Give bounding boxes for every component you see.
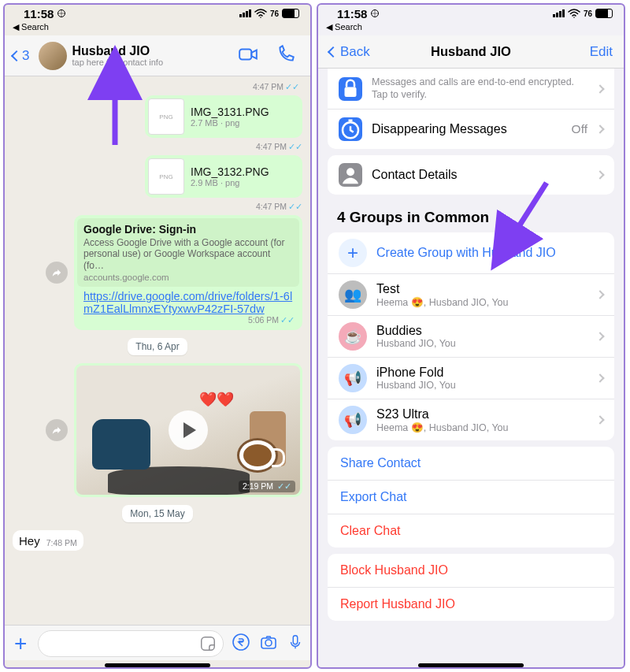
info-body[interactable]: Messages and calls are end-to-end encryp…	[318, 69, 624, 660]
link-url[interactable]: https://drive.google.com/drive/folders/1…	[77, 287, 299, 315]
back-button[interactable]: Back	[329, 44, 370, 60]
forward-button[interactable]	[46, 262, 68, 284]
read-ticks-icon: ✓✓	[288, 202, 302, 211]
incoming-message[interactable]: Hey 7:48 PM	[13, 530, 83, 551]
location-icon	[57, 9, 66, 18]
play-icon[interactable]	[169, 410, 208, 450]
back-button[interactable]: 3	[13, 48, 29, 64]
payment-button[interactable]	[232, 633, 250, 655]
cellular-icon	[239, 9, 251, 17]
forward-button[interactable]	[46, 419, 68, 441]
svg-rect-1	[239, 49, 251, 59]
encryption-row[interactable]: Messages and calls are end-to-end encryp…	[328, 69, 614, 109]
contact-title-area[interactable]: Husband JIO tap here for contact info	[72, 44, 227, 68]
group-members: Heema 😍, Husband JIO, You	[376, 421, 587, 433]
row-label: Disappearing Messages	[372, 122, 562, 136]
home-indicator	[105, 663, 210, 667]
group-avatar-icon: 📢	[339, 406, 367, 434]
cellular-icon	[553, 9, 565, 17]
file-thumb-icon: PNG	[148, 158, 184, 195]
create-group-row[interactable]: + Create Group with Husband JIO	[328, 232, 614, 273]
group-row[interactable]: ☕ Buddies Husband JIO, You	[328, 315, 614, 357]
file-meta: 2.7 MB · png	[191, 118, 269, 128]
voice-call-button[interactable]	[269, 44, 302, 68]
battery-level: 76	[270, 9, 279, 18]
chat-screen: 11:58 76 ◀ Search 3 Husband JIO tap here…	[3, 3, 312, 669]
report-contact-button[interactable]: Report Husband JIO	[328, 587, 614, 621]
messages-area[interactable]: 4:47 PM✓✓ PNG IMG_3131.PNG 2.7 MB · png …	[5, 76, 310, 625]
sticker-icon[interactable]	[199, 635, 217, 655]
chevron-left-icon	[11, 50, 22, 61]
edit-button[interactable]: Edit	[590, 44, 613, 60]
group-avatar-icon: ☕	[339, 322, 367, 351]
row-value: Off	[572, 122, 587, 136]
group-avatar-icon: 📢	[339, 364, 367, 392]
video-call-button[interactable]	[232, 44, 265, 68]
date-separator: Mon, 15 May	[122, 505, 192, 522]
time-stamp: 4:47 PM	[256, 142, 287, 151]
chevron-right-icon	[595, 171, 604, 180]
contact-avatar[interactable]	[39, 42, 67, 70]
group-row[interactable]: 📢 S23 Ultra Heema 😍, Husband JIO, You	[328, 399, 614, 440]
create-group-label: Create Group with Husband JIO	[376, 246, 603, 260]
chevron-right-icon	[595, 125, 604, 134]
chat-header: 3 Husband JIO tap here for contact info	[5, 35, 310, 76]
link-domain: accounts.google.com	[83, 273, 293, 282]
read-ticks-icon: ✓✓	[280, 315, 295, 325]
battery-icon	[595, 9, 613, 18]
status-bar: 11:58 76	[318, 5, 624, 22]
block-contact-button[interactable]: Block Husband JIO	[328, 554, 614, 587]
group-row[interactable]: 📢 iPhone Fold Husband JIO, You	[328, 357, 614, 399]
time-stamp: 5:06 PM	[248, 315, 279, 325]
svg-rect-2	[202, 637, 215, 651]
contact-details-row[interactable]: Contact Details	[328, 155, 614, 195]
unread-badge: 3	[22, 48, 29, 64]
export-chat-button[interactable]: Export Chat	[328, 480, 614, 514]
clear-chat-button[interactable]: Clear Chat	[328, 514, 614, 548]
mic-button[interactable]	[287, 632, 304, 655]
wifi-icon	[568, 9, 580, 18]
chevron-right-icon	[595, 374, 604, 383]
add-button[interactable]: +	[11, 631, 30, 656]
status-icons: 76	[239, 9, 299, 18]
timer-icon	[339, 117, 362, 141]
chevron-right-icon	[595, 332, 604, 341]
coffee-sticker-icon	[237, 438, 278, 473]
file-message[interactable]: PNG IMG_3132.PNG 2.9 MB · png	[145, 155, 302, 198]
link-desc: Access Google Drive with a Google accoun…	[83, 237, 293, 271]
message-input[interactable]	[38, 630, 224, 657]
group-row[interactable]: 👥 Test Heema 😍, Husband JIO, You	[328, 273, 614, 315]
wifi-icon	[254, 9, 267, 18]
link-message[interactable]: Google Drive: Sign-in Access Google Driv…	[74, 215, 302, 330]
svg-point-5	[265, 640, 272, 646]
group-name: Buddies	[376, 324, 587, 338]
status-icons: 76	[553, 9, 613, 18]
page-title: Husband JIO	[431, 44, 511, 59]
file-name: IMG_3132.PNG	[191, 165, 269, 178]
battery-level: 76	[584, 9, 592, 18]
date-separator: Thu, 6 Apr	[128, 338, 187, 355]
contact-icon	[339, 163, 362, 187]
time-stamp: 4:47 PM	[253, 82, 284, 91]
share-contact-button[interactable]: Share Contact	[328, 447, 614, 480]
search-back[interactable]: ◀ Search	[318, 22, 624, 35]
lock-icon	[339, 77, 362, 101]
contact-name: Husband JIO	[72, 44, 227, 58]
disappearing-messages-row[interactable]: Disappearing Messages Off	[328, 109, 614, 149]
file-name: IMG_3131.PNG	[191, 106, 269, 118]
info-header: Back Husband JIO Edit	[318, 35, 624, 69]
search-back[interactable]: ◀ Search	[5, 22, 310, 35]
camera-button[interactable]	[258, 633, 279, 655]
row-label: Contact Details	[372, 168, 587, 182]
group-name: S23 Ultra	[376, 407, 587, 421]
groups-section-title: 4 Groups in Common	[318, 201, 624, 226]
link-title: Google Drive: Sign-in	[83, 223, 293, 236]
message-input-bar: +	[5, 625, 310, 660]
svg-rect-9	[345, 87, 357, 97]
video-message[interactable]: ❤️❤️ 2:19 PM ✓✓	[74, 363, 302, 497]
group-avatar-icon: 👥	[339, 280, 367, 309]
group-members: Husband JIO, You	[376, 338, 587, 349]
status-time: 11:58	[24, 7, 54, 20]
contact-subtitle: tap here for contact info	[72, 58, 227, 67]
file-message[interactable]: PNG IMG_3131.PNG 2.7 MB · png	[145, 95, 302, 138]
